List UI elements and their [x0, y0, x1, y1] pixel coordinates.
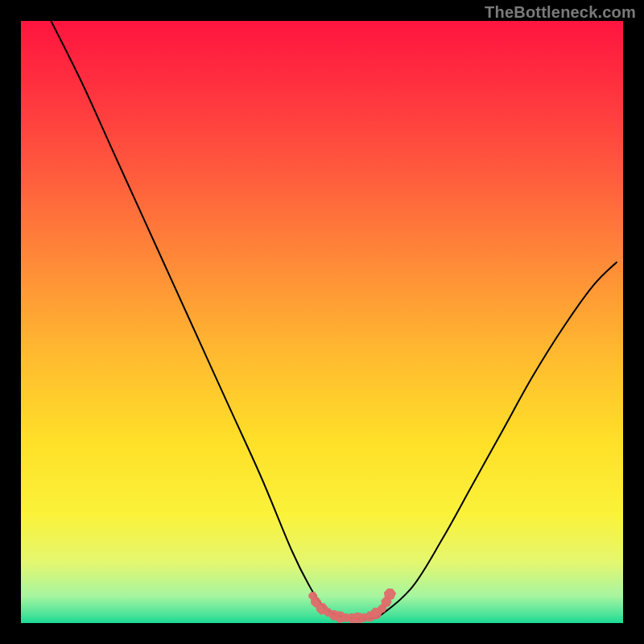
watermark-text: TheBottleneck.com: [485, 3, 636, 22]
chart-frame: [21, 21, 623, 623]
bottleneck-chart: [21, 21, 623, 623]
chart-background: [21, 21, 623, 623]
